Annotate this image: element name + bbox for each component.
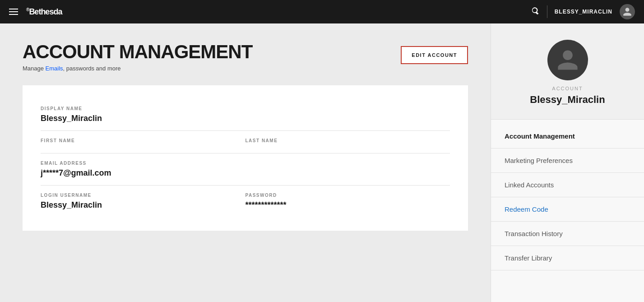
sidebar-avatar [547,40,588,80]
sidebar: ACCOUNT Blessy_Miraclin Account Manageme… [491,23,644,302]
nav-left: ®Bethesda [9,7,62,17]
sidebar-username: Blessy_Miraclin [530,94,605,106]
sidebar-item-transaction-history[interactable]: Transaction History [491,222,644,246]
sidebar-item-account-management[interactable]: Account Management [491,124,644,149]
page-title-block: ACCOUNT MANAGEMENT Manage Emails, passwo… [23,42,252,72]
display-name-label: DISPLAY NAME [41,106,450,111]
nav-divider [547,5,547,18]
main-content: ACCOUNT MANAGEMENT Manage Emails, passwo… [0,23,491,302]
last-name-col: LAST NAME [246,138,450,146]
nav-right: BLESSY_MIRACLIN [531,4,635,19]
main-layout: ACCOUNT MANAGEMENT Manage Emails, passwo… [0,23,644,302]
password-col: PASSWORD ************* [246,193,450,210]
password-value: ************* [246,200,450,210]
first-name-label: FIRST NAME [41,138,246,143]
emails-link[interactable]: Emails [46,65,63,72]
page-title: ACCOUNT MANAGEMENT [23,42,252,62]
page-header: ACCOUNT MANAGEMENT Manage Emails, passwo… [23,42,468,72]
name-row: FIRST NAME LAST NAME [41,138,450,146]
search-icon[interactable] [531,6,540,17]
brand-logo[interactable]: ®Bethesda [26,7,62,17]
login-username-label: LOGIN USERNAME [41,193,246,198]
email-label: EMAIL ADDRESS [41,161,450,166]
display-name-value: Blessy_Miraclin [41,114,450,123]
sidebar-account-label: ACCOUNT [552,86,583,91]
email-value: j*****7@gmail.com [41,168,450,178]
sidebar-nav: Account Management Marketing Preferences… [491,120,644,275]
email-section: EMAIL ADDRESS j*****7@gmail.com [41,153,450,186]
sidebar-item-marketing-preferences[interactable]: Marketing Preferences [491,149,644,173]
login-username-value: Blessy_Miraclin [41,200,246,210]
sidebar-item-transfer-library[interactable]: Transfer Library [491,246,644,270]
page-subtitle: Manage Emails, passwords and more [23,65,252,72]
login-username-col: LOGIN USERNAME Blessy_Miraclin [41,193,246,210]
credentials-section: LOGIN USERNAME Blessy_Miraclin PASSWORD … [41,186,450,217]
credentials-row: LOGIN USERNAME Blessy_Miraclin PASSWORD … [41,193,450,210]
sidebar-item-linked-accounts[interactable]: Linked Accounts [491,173,644,197]
name-section: FIRST NAME LAST NAME [41,131,450,153]
user-avatar[interactable] [620,4,635,19]
display-name-section: DISPLAY NAME Blessy_Miraclin [41,99,450,131]
edit-account-button[interactable]: EDIT ACCOUNT [401,46,468,64]
first-name-col: FIRST NAME [41,138,246,146]
top-navigation: ®Bethesda BLESSY_MIRACLIN [0,0,644,23]
account-card: DISPLAY NAME Blessy_Miraclin FIRST NAME … [23,85,468,231]
hamburger-menu-icon[interactable] [9,9,18,15]
last-name-label: LAST NAME [246,138,450,143]
sidebar-item-redeem-code[interactable]: Redeem Code [491,197,644,222]
sidebar-profile: ACCOUNT Blessy_Miraclin [491,23,644,120]
nav-username: BLESSY_MIRACLIN [555,9,612,15]
password-label: PASSWORD [246,193,450,198]
